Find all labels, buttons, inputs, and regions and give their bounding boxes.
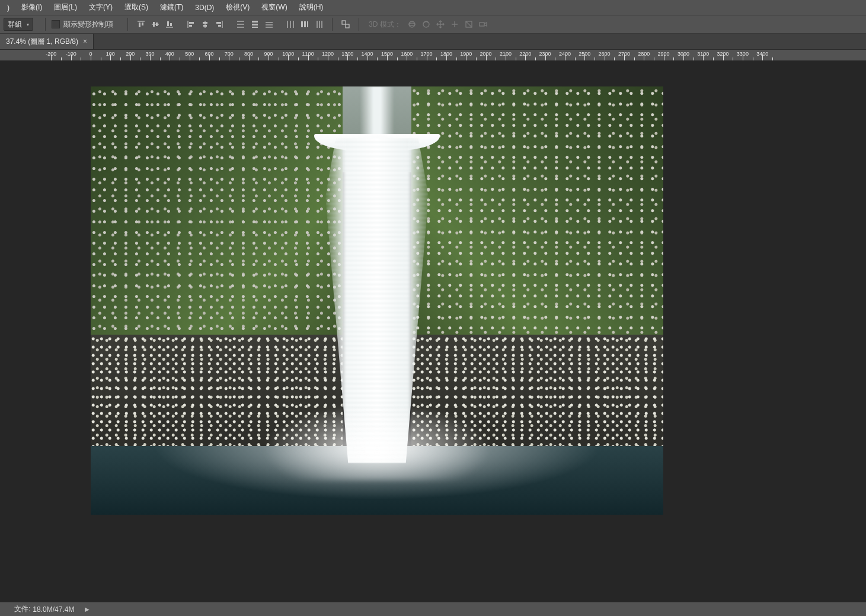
document-tab-title: 37.4% (圖層 1, RGB/8)	[6, 37, 78, 47]
3d-camera-icon[interactable]	[477, 18, 489, 30]
ruler-tick-label: 2600	[599, 51, 611, 57]
menu-item-layer[interactable]: 圖層(L)	[49, 1, 82, 14]
ruler-tick-label: -200	[46, 51, 56, 57]
menu-item-image[interactable]: 影像(I)	[17, 1, 47, 14]
svg-rect-37	[346, 24, 349, 28]
separator	[127, 18, 128, 31]
ruler-tick-label: 500	[185, 51, 194, 57]
menu-item-view[interactable]: 檢視(V)	[221, 1, 254, 14]
menu-bar: ) 影像(I) 圖層(L) 文字(Y) 選取(S) 濾鏡(T) 3D(D) 檢視…	[0, 0, 866, 15]
svg-rect-17	[218, 25, 221, 27]
status-flyout-icon[interactable]: ▶	[85, 606, 90, 612]
ruler-tick-label: 2700	[618, 51, 630, 57]
align-top-edges-icon[interactable]	[135, 18, 147, 30]
ruler-tick-label: 1100	[302, 51, 314, 57]
distribute-bottom-edges-icon[interactable]	[263, 18, 275, 30]
svg-rect-2	[142, 23, 143, 25]
3d-slide-icon[interactable]	[449, 18, 461, 30]
distribute-vertical-centers-icon[interactable]	[249, 18, 261, 30]
horizontal-ruler[interactable]: -200-10001002003004005006007008009001000…	[0, 50, 866, 61]
svg-rect-36	[342, 21, 346, 24]
3d-scale-icon[interactable]	[463, 18, 475, 30]
distribute-top-edges-icon[interactable]	[235, 18, 247, 30]
image-canvas[interactable]	[91, 86, 663, 515]
menu-item-filter[interactable]: 濾鏡(T)	[155, 1, 188, 14]
ruler-tick-label: 800	[244, 51, 253, 57]
menu-item-edit[interactable]: )	[2, 2, 14, 14]
ruler-tick-label: 300	[145, 51, 154, 57]
3d-roll-icon[interactable]	[420, 18, 432, 30]
svg-rect-13	[203, 22, 207, 24]
ruler-tick-label: 3000	[678, 51, 689, 57]
ruler-tick-label: 2400	[559, 51, 571, 57]
svg-rect-32	[307, 21, 308, 27]
menu-item-type[interactable]: 文字(Y)	[84, 1, 117, 14]
svg-rect-21	[252, 21, 258, 23]
show-transform-label: 顯示變形控制項	[63, 20, 113, 30]
options-bar: 群組 ▾ 顯示變形控制項 3D 模式：	[0, 15, 866, 34]
svg-rect-31	[304, 21, 306, 27]
ruler-tick-label: 2100	[500, 51, 512, 57]
distribute-left-edges-icon[interactable]	[285, 18, 296, 30]
close-icon[interactable]: ×	[83, 37, 87, 46]
3d-pan-icon[interactable]	[434, 18, 446, 30]
ruler-tick-label: 1800	[440, 51, 452, 57]
menu-item-select[interactable]: 選取(S)	[120, 1, 153, 14]
auto-select-dropdown[interactable]: 群組 ▾	[4, 18, 33, 31]
show-transform-checkbox[interactable]	[52, 20, 60, 28]
ruler-tick-label: 1900	[460, 51, 472, 57]
document-tab[interactable]: 37.4% (圖層 1, RGB/8) ×	[0, 34, 94, 49]
svg-rect-10	[189, 22, 194, 24]
svg-point-38	[409, 21, 415, 27]
ruler-tick-label: 1600	[401, 51, 413, 57]
chevron-down-icon: ▾	[27, 22, 29, 27]
status-bar: 文件: 18.0M/47.4M ▶	[0, 602, 866, 616]
align-left-edges-icon[interactable]	[185, 18, 197, 30]
svg-rect-8	[170, 23, 172, 26]
ruler-tick-label: 1300	[341, 51, 353, 57]
ruler-tick-label: 1700	[421, 51, 433, 57]
menu-item-3d[interactable]: 3D(D)	[190, 2, 219, 14]
ruler-tick-label: 3100	[697, 51, 709, 57]
svg-rect-23	[252, 27, 258, 28]
status-label: 文件:	[14, 604, 30, 614]
ruler-tick-label: 1200	[322, 51, 334, 57]
menu-item-help[interactable]: 說明(H)	[295, 1, 328, 14]
ruler-tick-label: 0	[89, 51, 92, 57]
canvas-area[interactable]	[0, 61, 866, 605]
align-right-edges-icon[interactable]	[213, 18, 225, 30]
ruler-tick-label: 400	[165, 51, 174, 57]
separator	[45, 18, 46, 31]
svg-rect-42	[480, 23, 484, 26]
ruler-tick-label: 2200	[519, 51, 531, 57]
separator	[332, 18, 333, 31]
svg-rect-7	[167, 21, 169, 26]
svg-rect-14	[203, 25, 207, 27]
svg-rect-4	[153, 22, 155, 27]
3d-orbit-icon[interactable]	[406, 18, 418, 30]
distribute-right-edges-icon[interactable]	[313, 18, 325, 30]
auto-select-value: 群組	[8, 20, 22, 30]
ruler-tick-label: 2500	[579, 51, 590, 57]
svg-rect-22	[252, 24, 258, 25]
ruler-tick-label: 200	[126, 51, 135, 57]
ruler-tick-label: 3400	[756, 51, 768, 57]
ruler-tick-label: 900	[264, 51, 273, 57]
align-vertical-centers-icon[interactable]	[149, 18, 161, 30]
auto-align-icon[interactable]	[340, 18, 351, 30]
ruler-tick-label: 2900	[658, 51, 670, 57]
ruler-tick-label: 3300	[737, 51, 749, 57]
align-bottom-edges-icon[interactable]	[164, 18, 175, 30]
ruler-tick-label: 2000	[480, 51, 492, 57]
ruler-tick-label: 700	[225, 51, 234, 57]
3d-mode-label: 3D 模式：	[369, 20, 401, 30]
ruler-tick-label: 1400	[362, 51, 373, 57]
svg-rect-16	[216, 22, 221, 24]
distribute-horizontal-centers-icon[interactable]	[299, 18, 311, 30]
svg-point-40	[423, 21, 429, 27]
menu-item-window[interactable]: 視窗(W)	[257, 1, 292, 14]
ruler-tick-label: 1500	[381, 51, 393, 57]
ruler-tick-label: 100	[106, 51, 115, 57]
svg-rect-1	[139, 23, 140, 27]
align-horizontal-centers-icon[interactable]	[199, 18, 211, 30]
